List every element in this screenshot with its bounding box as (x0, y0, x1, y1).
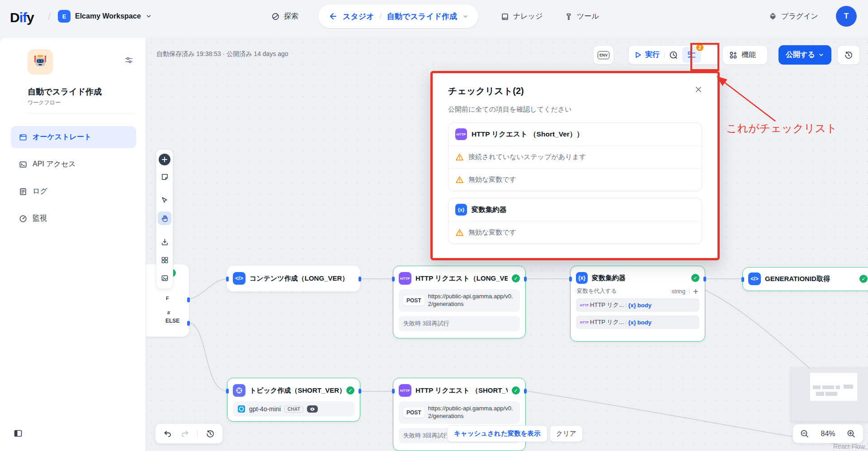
warning-icon (455, 153, 464, 161)
node-check-icon: ✓ (346, 386, 354, 395)
add-node-button[interactable] (159, 154, 170, 165)
nav-knowledge[interactable]: ナレッジ (501, 12, 543, 21)
node-handle[interactable] (524, 389, 527, 394)
zoom-in-icon[interactable] (847, 429, 856, 438)
sidebar-item-orchestrate[interactable]: オーケストレート (11, 126, 136, 148)
nav-explore[interactable]: 探索 (271, 12, 298, 21)
checklist-item-aggregator[interactable]: {x} 変数集約器 無効な変数です (448, 198, 702, 244)
organize-nodes-button[interactable] (158, 253, 171, 267)
node-check-icon: ✓ (512, 386, 520, 395)
node-title: 変数集約器 (592, 274, 687, 282)
publish-button[interactable]: 公開する (778, 45, 831, 65)
node-content-long[interactable]: </> コンテンツ作成（LONG_VER） (227, 266, 360, 291)
workflow-canvas[interactable]: 自動保存済み 19:38:53 · 公開済み 14 days ago ENV 実… (146, 37, 868, 451)
aggregator-variable-row[interactable]: HTTP HTTP リク... / {x} body (576, 298, 699, 312)
node-generation-id[interactable]: </> GENERATIONID取得 ✓ (742, 267, 868, 291)
sidebar-item-api-access[interactable]: API アクセス (11, 153, 136, 175)
http-url: https://public-api.gamma.app/v0.2/genera… (428, 293, 515, 308)
env-icon: ENV (598, 51, 609, 59)
node-topic-short[interactable]: トピック作成（SHORT_VER） ✓ gpt-4o-mini CHAT (227, 378, 360, 422)
breadcrumb-separator: / (380, 12, 382, 20)
llm-node-icon (233, 384, 245, 397)
app-settings-icon[interactable] (124, 56, 133, 65)
node-handle[interactable] (359, 277, 361, 282)
import-dsl-button[interactable] (158, 235, 171, 249)
code-node-icon: </> (233, 272, 245, 285)
features-button[interactable]: 機能 (722, 45, 768, 65)
checklist-subtitle: 公開前に全ての項目を確認してください (448, 105, 702, 114)
zoom-level[interactable]: 84% (821, 430, 835, 438)
node-handle[interactable] (741, 277, 744, 282)
version-history-button[interactable] (837, 45, 860, 65)
pointer-mode-button[interactable] (158, 193, 171, 207)
http-node-icon: HTTP (399, 384, 411, 397)
annotation-label: これがチェックリスト (726, 121, 837, 136)
node-handle[interactable] (524, 277, 527, 282)
nav-plugins[interactable]: プラグイン (769, 12, 818, 21)
node-handle[interactable] (226, 277, 229, 282)
node-handle[interactable] (359, 389, 361, 394)
zoom-out-icon[interactable] (800, 429, 809, 438)
minimap[interactable] (792, 368, 868, 421)
chevron-down-icon (818, 52, 824, 58)
node-variable-aggregator[interactable]: {x} 変数集約器 ✓ 変数を代入する string HTTP HTTP リク.… (570, 266, 705, 342)
http-node-icon: HTTP (455, 128, 467, 140)
redo-icon[interactable] (180, 429, 189, 438)
clear-button[interactable]: クリア (550, 425, 583, 442)
show-cached-variables-button[interactable]: キャッシュされた変数を表示 (447, 425, 547, 442)
cursor-icon (161, 197, 168, 204)
checklist-icon (688, 51, 696, 59)
user-avatar[interactable]: T (836, 6, 857, 27)
checklist-badge: 2 (695, 43, 704, 52)
play-icon[interactable] (634, 51, 642, 59)
workspace-selector[interactable]: E Elcamy Workspace (58, 10, 152, 23)
breadcrumb-app-name[interactable]: 自動でスライド作成 (387, 11, 457, 22)
monitoring-icon (19, 215, 27, 223)
canvas-tools-toolbar (156, 149, 173, 289)
node-handle[interactable] (569, 277, 572, 282)
dify-logo[interactable]: Dify (10, 10, 34, 25)
var-type-label: string (671, 288, 685, 295)
http-request-row: POST https://public-api.gamma.app/v0.2/g… (399, 289, 520, 312)
toolbar-divider (664, 52, 665, 59)
orchestrate-icon (19, 133, 27, 141)
node-http-long[interactable]: HTTP HTTP リクエスト（LONG_VER） ✓ POST https:/… (393, 266, 526, 338)
tools-icon (565, 13, 573, 21)
node-title: コンテンツ作成（LONG_VER） (250, 274, 354, 283)
run-history-icon[interactable] (669, 51, 678, 60)
hand-mode-button[interactable] (158, 211, 171, 225)
app-icon[interactable] (28, 49, 53, 75)
ifelse-hash-label: # (167, 310, 170, 315)
checklist-title: チェックリスト(2) (448, 85, 524, 97)
run-button[interactable]: 実行 (645, 50, 660, 60)
sidebar-item-monitoring[interactable]: 監視 (11, 207, 136, 230)
sidebar-item-logs[interactable]: ログ (11, 180, 136, 202)
toggle-minimap-button[interactable] (158, 271, 171, 285)
close-icon[interactable] (695, 86, 702, 93)
node-handle[interactable] (392, 389, 395, 394)
checklist-item-http-short[interactable]: HTTP HTTP リクエスト （Short_Ver）） 接続されていないステッ… (448, 122, 702, 191)
node-handle[interactable] (187, 297, 190, 302)
add-note-button[interactable] (158, 170, 171, 183)
autosave-status: 自動保存済み 19:38:53 · 公開済み 14 days ago (146, 38, 288, 58)
collapse-sidebar-icon[interactable] (14, 429, 23, 438)
back-arrow-icon[interactable] (328, 12, 337, 21)
aggregator-variable-row[interactable]: HTTP HTTP リク... / {x} body (576, 315, 699, 329)
checklist-button[interactable]: 2 (682, 47, 701, 63)
chevron-down-icon[interactable] (462, 14, 468, 19)
react-flow-attribution: React Flow (833, 443, 865, 450)
plus-icon[interactable] (693, 289, 698, 294)
api-icon (19, 160, 27, 169)
change-history-icon[interactable] (206, 429, 215, 438)
http-url: https://public-api.gamma.app/v0.2/genera… (428, 405, 515, 420)
env-button[interactable]: ENV (593, 45, 614, 65)
node-handle[interactable] (703, 277, 706, 282)
node-handle[interactable] (187, 321, 190, 326)
ifelse-else-label: ELSE (165, 318, 179, 324)
node-handle[interactable] (392, 277, 395, 282)
sidebar-menu: オーケストレート API アクセス ログ 監視 (11, 126, 136, 230)
breadcrumb-studio[interactable]: スタジオ (343, 11, 374, 22)
nav-tools[interactable]: ツール (565, 12, 599, 21)
node-handle[interactable] (226, 389, 229, 394)
undo-icon[interactable] (163, 429, 172, 438)
